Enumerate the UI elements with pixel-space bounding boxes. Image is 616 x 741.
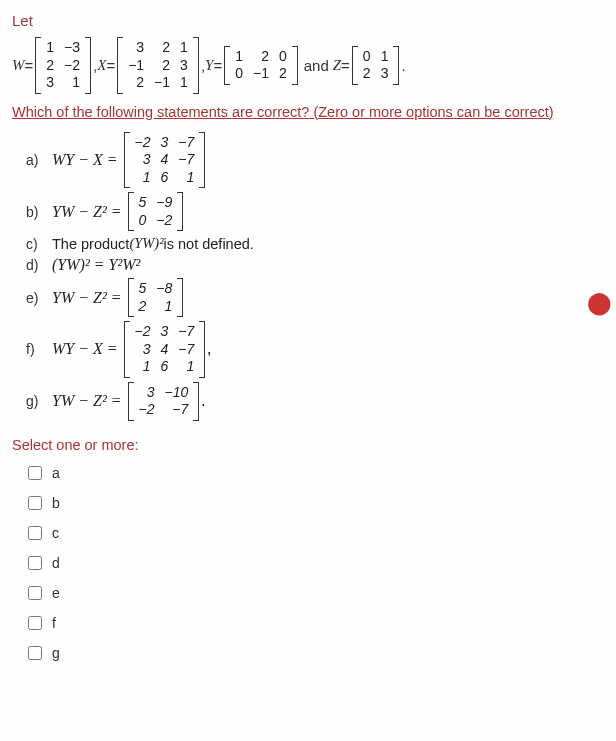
annotation-mark-icon: ⬤ <box>587 290 612 316</box>
check-label-b: b <box>52 495 60 511</box>
option-g: g) YW − Z² = 3−10 −2−7 . <box>26 382 604 421</box>
var-W: W <box>12 57 25 74</box>
check-row-c: c <box>24 523 604 543</box>
matrix-Z: 01 23 <box>352 46 400 85</box>
matrix-Y: 120 0−12 <box>224 46 298 85</box>
option-a: a) WY − X = −23−7 34−7 161 <box>26 132 604 189</box>
matrix-opt-g: 3−10 −2−7 <box>128 382 200 421</box>
matrix-X: 321 −123 2−11 <box>117 37 199 94</box>
matrix-opt-e: 5−8 21 <box>128 278 184 317</box>
matrix-opt-b: 5−9 0−2 <box>128 192 184 231</box>
select-prompt: Select one or more: <box>12 437 604 453</box>
matrix-opt-a: −23−7 34−7 161 <box>124 132 206 189</box>
checkbox-e[interactable] <box>28 586 42 600</box>
var-X: X <box>97 57 106 74</box>
check-label-a: a <box>52 465 60 481</box>
answer-checkboxes: a b c d e f g <box>24 463 604 663</box>
checkbox-d[interactable] <box>28 556 42 570</box>
question-text: Which of the following statements are co… <box>12 104 604 120</box>
var-Y: Y <box>205 57 213 74</box>
check-label-d: d <box>52 555 60 571</box>
option-b: b) YW − Z² = 5−9 0−2 <box>26 192 604 231</box>
check-row-d: d <box>24 553 604 573</box>
option-list: a) WY − X = −23−7 34−7 161 b) YW − Z² = … <box>26 132 604 421</box>
checkbox-b[interactable] <box>28 496 42 510</box>
check-label-f: f <box>52 615 56 631</box>
check-label-c: c <box>52 525 59 541</box>
matrix-definitions: W = 1−3 2−2 31 , X = 321 −123 2−11 , Y =… <box>12 37 604 94</box>
checkbox-g[interactable] <box>28 646 42 660</box>
option-e: e) YW − Z² = 5−8 21 <box>26 278 604 317</box>
check-row-g: g <box>24 643 604 663</box>
check-row-a: a <box>24 463 604 483</box>
var-Z: Z <box>333 57 341 74</box>
checkbox-f[interactable] <box>28 616 42 630</box>
option-d: d) (YW)² = Y²W² <box>26 256 604 274</box>
matrix-opt-f: −23−7 34−7 161 <box>124 321 206 378</box>
checkbox-c[interactable] <box>28 526 42 540</box>
option-f: f) WY − X = −23−7 34−7 161 , <box>26 321 604 378</box>
check-row-b: b <box>24 493 604 513</box>
check-row-e: e <box>24 583 604 603</box>
option-c: c) The product (YW)² is not defined. <box>26 235 604 252</box>
intro-text: Let <box>12 12 604 29</box>
matrix-W: 1−3 2−2 31 <box>35 37 91 94</box>
check-label-e: e <box>52 585 60 601</box>
check-label-g: g <box>52 645 60 661</box>
checkbox-a[interactable] <box>28 466 42 480</box>
check-row-f: f <box>24 613 604 633</box>
